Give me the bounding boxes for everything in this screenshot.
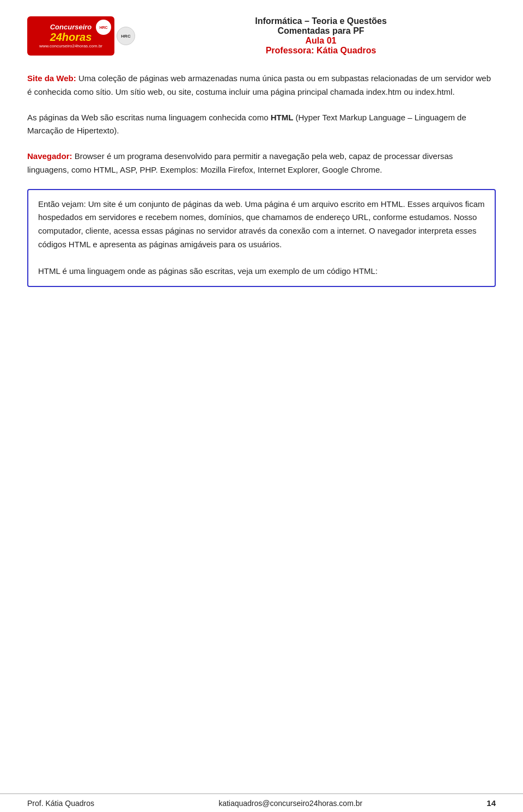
section-html: As páginas da Web são escritas numa ling… xyxy=(27,111,496,138)
section2-text-before: As páginas da Web são escritas numa ling… xyxy=(27,113,271,122)
section-navegador: Navegador: Browser é um programa desenvo… xyxy=(27,150,496,177)
title-line2: Comentadas para PF xyxy=(146,26,496,36)
hrc-badge: HRC xyxy=(117,27,135,45)
page-footer: Prof. Kátia Quadros katiaquadros@concurs… xyxy=(0,793,523,812)
keyword-navegador: Navegador: xyxy=(27,151,72,161)
section4-text: Então vejam: Um site é um conjunto de pá… xyxy=(38,199,485,249)
logo-area: Concurseiro 24horas www.concurseiro24hor… xyxy=(27,16,135,56)
section3-text: Browser é um programa desenvolvido para … xyxy=(27,151,453,174)
logo-box: Concurseiro 24horas www.concurseiro24hor… xyxy=(27,16,114,56)
boxed-section: Então vejam: Um site é um conjunto de pá… xyxy=(27,189,496,288)
logo-site: www.concurseiro24horas.com.br xyxy=(39,44,102,48)
title-line1: Informática – Teoria e Questões xyxy=(146,16,496,26)
footer-left: Prof. Kátia Quadros xyxy=(27,799,94,808)
page-header: Concurseiro 24horas www.concurseiro24hor… xyxy=(27,11,496,56)
footer-center: katiaquadros@concurseiro24horas.com.br xyxy=(218,799,362,808)
section5-text: HTML é uma linguagem onde as páginas são… xyxy=(38,266,378,276)
logo-clock: HRC xyxy=(96,20,111,35)
keyword-html: HTML xyxy=(271,113,294,122)
logo-brand2: 24horas xyxy=(50,32,92,42)
footer-page-number: 14 xyxy=(486,798,496,808)
header-title: Informática – Teoria e Questões Comentad… xyxy=(135,16,496,56)
logo-brand1: Concurseiro xyxy=(50,23,92,31)
section-site-da-web: Site da Web: Uma coleção de páginas web … xyxy=(27,72,496,99)
section1-text: Uma coleção de páginas web armazenadas n… xyxy=(27,74,491,96)
title-line4: Professora: Kátia Quadros xyxy=(146,46,496,56)
title-line3: Aula 01 xyxy=(146,36,496,46)
keyword-site-da-web: Site da Web: xyxy=(27,74,76,83)
